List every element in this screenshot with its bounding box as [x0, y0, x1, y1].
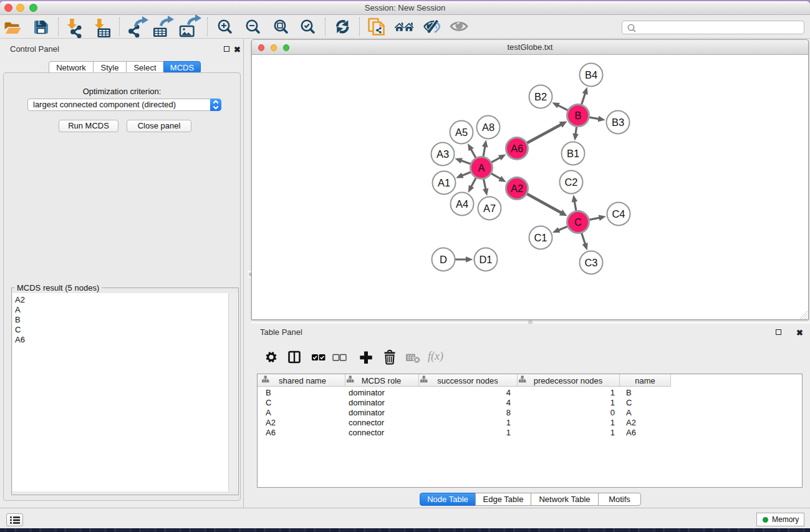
svg-text:C3: C3: [584, 257, 597, 268]
svg-text:C: C: [574, 216, 582, 228]
svg-text:C2: C2: [564, 177, 577, 188]
svg-text:A1: A1: [438, 177, 450, 188]
svg-text:A3: A3: [436, 148, 449, 160]
svg-text:C4: C4: [612, 208, 625, 220]
svg-text:B1: B1: [567, 148, 579, 159]
svg-text:B4: B4: [585, 69, 597, 80]
svg-text:A8: A8: [482, 122, 494, 133]
svg-text:B2: B2: [534, 91, 547, 102]
svg-text:B3: B3: [612, 117, 624, 128]
svg-text:D1: D1: [479, 254, 492, 265]
svg-text:A4: A4: [456, 198, 468, 210]
svg-text:A6: A6: [511, 143, 523, 154]
svg-text:A: A: [478, 162, 485, 173]
svg-text:A7: A7: [483, 203, 496, 214]
svg-text:A2: A2: [511, 183, 523, 194]
svg-text:A5: A5: [455, 127, 468, 138]
svg-text:B: B: [574, 110, 581, 121]
svg-text:D: D: [440, 254, 447, 265]
svg-text:C1: C1: [534, 232, 547, 243]
